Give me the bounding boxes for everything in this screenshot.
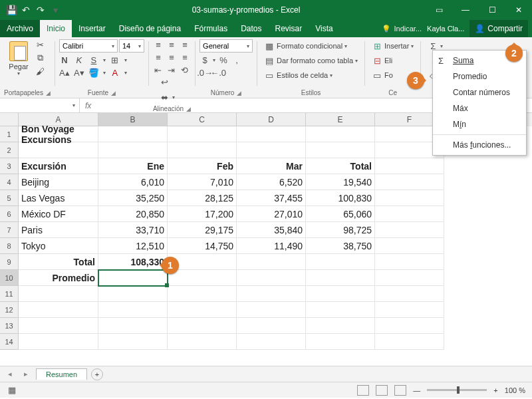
cell-D3[interactable]: Mar — [237, 158, 306, 174]
cell-C7[interactable]: 29,175 — [168, 222, 237, 238]
cell-B2[interactable] — [98, 142, 168, 158]
cell-B14[interactable] — [98, 334, 168, 350]
font-size-combo[interactable]: 14▾ — [119, 39, 144, 53]
cell-A1[interactable]: Bon Voyage Excursions — [19, 126, 98, 142]
tell-me[interactable]: 💡Indicar... — [382, 25, 422, 33]
menu-item-min[interactable]: Mín — [433, 116, 526, 132]
format-as-table-button[interactable]: ▤Dar formato como tabla▾ — [261, 54, 360, 67]
zoom-in-button[interactable]: + — [493, 386, 497, 394]
zoom-level[interactable]: 100 % — [505, 386, 525, 394]
undo-icon[interactable]: ↶ — [20, 4, 32, 16]
cell-E8[interactable]: 38,750 — [306, 238, 375, 254]
cell-E10[interactable] — [306, 270, 375, 286]
sheet-tab-resumen[interactable]: Resumen — [36, 368, 87, 380]
cell-E4[interactable]: 19,540 — [306, 174, 375, 190]
currency-icon[interactable]: $ — [200, 55, 210, 65]
cell-A12[interactable] — [19, 302, 98, 318]
cell-C2[interactable] — [168, 142, 237, 158]
cell-E12[interactable] — [306, 302, 375, 318]
row-header-7[interactable]: 7 — [0, 222, 19, 238]
cell-B1[interactable] — [98, 126, 168, 142]
maximize-icon[interactable]: ☐ — [479, 0, 505, 20]
cell-C8[interactable]: 14,750 — [168, 238, 237, 254]
comma-icon[interactable]: , — [231, 55, 242, 65]
cell-A9[interactable]: Total — [19, 254, 98, 270]
zoom-slider[interactable] — [427, 389, 487, 391]
cell-C13[interactable] — [168, 318, 237, 334]
dialog-launcher-icon[interactable]: ◢ — [186, 106, 191, 112]
qat-customize-icon[interactable]: ▾ — [49, 4, 61, 16]
dialog-launcher-icon[interactable]: ◢ — [46, 90, 51, 96]
cell-B13[interactable] — [98, 318, 168, 334]
cell-D4[interactable]: 6,520 — [237, 174, 306, 190]
menu-item-more-functions[interactable]: Más funciones... — [433, 137, 526, 153]
col-header-C[interactable]: C — [168, 113, 237, 126]
cell-E6[interactable]: 65,060 — [306, 206, 375, 222]
cell-B4[interactable]: 6,010 — [98, 174, 168, 190]
increase-decimal-icon[interactable]: .0→ — [200, 67, 210, 78]
decrease-indent-icon[interactable]: ⇤ — [153, 65, 164, 75]
cell-B6[interactable]: 20,850 — [98, 206, 168, 222]
cell-D6[interactable]: 27,010 — [237, 206, 306, 222]
cell-E7[interactable]: 98,725 — [306, 222, 375, 238]
cell-D9[interactable] — [237, 254, 306, 270]
cell-C6[interactable]: 17,200 — [168, 206, 237, 222]
cell-A10[interactable]: Promedio — [19, 270, 98, 286]
fill-color-icon[interactable]: 🪣 — [88, 67, 99, 78]
row-header-11[interactable]: 11 — [0, 286, 19, 302]
minimize-icon[interactable]: — — [452, 0, 479, 20]
cell-E1[interactable] — [306, 126, 375, 142]
cell-C12[interactable] — [168, 302, 237, 318]
cell-C5[interactable]: 28,125 — [168, 190, 237, 206]
increase-indent-icon[interactable]: ⇥ — [166, 65, 177, 75]
conditional-format-button[interactable]: ▦Formato condicional▾ — [261, 39, 360, 53]
sheet-prev-icon[interactable]: ◂ — [4, 370, 16, 378]
dialog-launcher-icon[interactable]: ◢ — [237, 90, 241, 96]
share-button[interactable]: 👤Compartir — [469, 20, 528, 37]
row-header-12[interactable]: 12 — [0, 302, 19, 318]
tab-archivo[interactable]: Archivo — [0, 20, 40, 37]
row-header-13[interactable]: 13 — [0, 318, 19, 334]
cell-D2[interactable] — [237, 142, 306, 158]
cell-F7[interactable] — [375, 222, 444, 238]
cell-D12[interactable] — [237, 302, 306, 318]
sheet-next-icon[interactable]: ▸ — [20, 370, 32, 378]
insert-cells-button[interactable]: ⊞Insertar▾ — [369, 39, 416, 53]
cell-D11[interactable] — [237, 286, 306, 302]
decrease-decimal-icon[interactable]: ←.0 — [213, 67, 223, 78]
increase-font-icon[interactable]: A▴ — [59, 67, 70, 78]
align-middle-icon[interactable]: ≡ — [166, 39, 177, 50]
orientation-icon[interactable]: ⟲ — [180, 65, 190, 75]
cell-C11[interactable] — [168, 286, 237, 302]
cell-C14[interactable] — [168, 334, 237, 350]
tab-inicio[interactable]: Inicio — [40, 20, 72, 37]
cell-A7[interactable]: Paris — [19, 222, 98, 238]
align-left-icon[interactable]: ≡ — [153, 52, 164, 63]
tab-datos[interactable]: Datos — [234, 20, 268, 37]
cell-A11[interactable] — [19, 286, 98, 302]
cell-E3[interactable]: Total — [306, 158, 375, 174]
cell-C4[interactable]: 7,010 — [168, 174, 237, 190]
page-break-view-icon[interactable] — [394, 385, 406, 396]
cell-F12[interactable] — [375, 302, 444, 318]
name-box[interactable]: ▾ — [0, 98, 80, 112]
cell-A6[interactable]: México DF — [19, 206, 98, 222]
row-header-8[interactable]: 8 — [0, 238, 19, 254]
cell-E9[interactable] — [306, 254, 375, 270]
row-header-2[interactable]: 2 — [0, 142, 19, 158]
copy-icon[interactable]: ⧉ — [35, 53, 45, 63]
number-format-combo[interactable]: General▾ — [200, 39, 253, 53]
normal-view-icon[interactable] — [357, 385, 369, 396]
cell-F3[interactable] — [375, 158, 444, 174]
tab-formulas[interactable]: Fórmulas — [188, 20, 234, 37]
tab-revisar[interactable]: Revisar — [269, 20, 309, 37]
cell-F9[interactable] — [375, 254, 444, 270]
row-header-9[interactable]: 9 — [0, 254, 19, 270]
row-header-5[interactable]: 5 — [0, 190, 19, 206]
save-icon[interactable]: 💾 — [5, 4, 17, 16]
cell-E11[interactable] — [306, 286, 375, 302]
cell-F13[interactable] — [375, 318, 444, 334]
fx-icon[interactable]: fx — [80, 101, 96, 110]
wrap-text-button[interactable]: ↩ — [157, 75, 191, 88]
cell-C10[interactable] — [168, 270, 237, 286]
